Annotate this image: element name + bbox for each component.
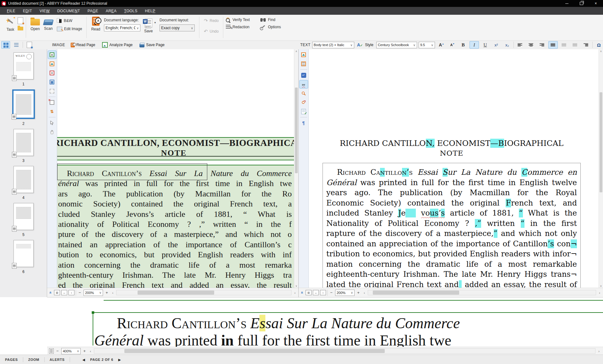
thumbnail-grid-view-button[interactable] — [1, 41, 10, 49]
document-layout-select[interactable]: Exact copy ∨ — [160, 24, 195, 31]
tab-alerts[interactable]: ALERTS — [45, 358, 70, 361]
redaction-button[interactable]: ✎ Redaction — [226, 24, 255, 29]
minimize-button[interactable] — [560, 0, 574, 7]
zoom-horizontal-scrollbar[interactable] — [94, 348, 595, 354]
zoom-in-button[interactable]: + — [82, 348, 87, 354]
paragraph-marks-tool[interactable]: ¶ — [299, 119, 308, 127]
scroll-right-icon[interactable]: › — [293, 290, 297, 295]
recognition-area-tool[interactable] — [48, 87, 57, 95]
collapse-zoom-pane-icon[interactable]: « — [300, 291, 305, 295]
menu-item-area[interactable]: AREA — [102, 9, 120, 13]
page-thumbnail-5[interactable] — [14, 203, 34, 230]
undo-button[interactable]: ↶ Undo — [204, 27, 219, 35]
zoom-in-button[interactable]: + — [104, 290, 109, 296]
text-horizontal-scrollbar[interactable] — [368, 290, 596, 295]
quick-open-button[interactable] — [18, 27, 23, 30]
menu-item-tools[interactable]: TOOLS — [120, 9, 141, 13]
align-center-button[interactable] — [526, 41, 536, 49]
scroll-down-icon[interactable]: ∨ — [294, 284, 298, 288]
text-area-box[interactable]: Richard Cantillon’s Essai Sur La Nature … — [323, 163, 581, 288]
scanned-page-view[interactable]: RICHARD CANTILLON, ECONOMIST—BIOGRAPHICA… — [57, 49, 294, 288]
zoom-out-button[interactable]: − — [77, 290, 82, 296]
text-vertical-scrollbar[interactable]: ∧ ∨ — [599, 49, 603, 288]
scroll-right-icon[interactable]: › — [597, 349, 601, 354]
text-zoom-select[interactable]: 200% ∨ — [335, 290, 355, 296]
table-area-tool[interactable]: ▦ — [48, 78, 57, 86]
background-picture-area-tool[interactable]: A — [48, 69, 57, 77]
uncertain-characters-tool[interactable]: ee — [299, 80, 308, 88]
zoom-window-icon[interactable] — [49, 348, 54, 354]
delete-area-tool[interactable] — [48, 98, 57, 107]
next-page-button[interactable]: ▶ — [115, 358, 124, 361]
align-left-button[interactable] — [515, 41, 525, 49]
scroll-left-icon[interactable]: ‹ — [88, 349, 93, 354]
font-family-select[interactable]: Century Schoolbook ∨ — [376, 42, 417, 48]
analyze-page-button[interactable]: Analyze Page — [101, 41, 134, 49]
line-breaks-tool[interactable]: ↵ — [299, 71, 308, 79]
thumbnail-list-view-button[interactable] — [12, 41, 21, 49]
page-thumbnail-6[interactable] — [14, 240, 34, 267]
save-dropdown-caret-icon[interactable]: ▾ — [154, 21, 156, 24]
fit-page-button[interactable]: ⊞ — [306, 290, 312, 295]
spell-check-tool[interactable]: ✓ — [299, 107, 308, 116]
menu-item-page[interactable]: PAGE — [84, 9, 102, 13]
options-button[interactable]: Options — [260, 24, 289, 29]
task-button[interactable]: ★✦ Task — [5, 17, 16, 40]
image-horizontal-scrollbar[interactable] — [116, 290, 291, 295]
open-button[interactable]: Open — [30, 17, 40, 40]
new-document-button[interactable] — [18, 17, 23, 24]
superscript-button[interactable]: x² — [492, 41, 501, 49]
justify-button[interactable] — [548, 41, 558, 49]
save-page-button[interactable]: Save Page — [138, 41, 166, 49]
recognized-text-view[interactable]: RICHARD CANTILLON, ECONOMIST—BIOGRAPHICA… — [309, 49, 599, 288]
zoom-pane-zoom-select[interactable]: 400% ∨ — [61, 348, 81, 354]
text-area-tool[interactable]: A — [48, 51, 57, 59]
decrease-font-button[interactable]: A▾ — [448, 41, 457, 49]
next-error-tool[interactable] — [299, 98, 308, 107]
tab-zoom[interactable]: ZOOM — [23, 358, 44, 361]
find-button[interactable]: Find — [260, 17, 289, 22]
edit-image-button[interactable]: ✎ Edit Image — [57, 25, 82, 33]
font-size-select[interactable]: 9.5 ∨ — [419, 42, 435, 48]
zoom-out-button[interactable]: − — [329, 290, 334, 296]
paragraph-style-select[interactable]: Body text (2) + Italic ∨ — [312, 42, 354, 48]
bold-button[interactable]: B — [459, 41, 468, 49]
menu-item-document[interactable]: DOCUMENT — [53, 9, 84, 13]
page-thumbnail-2[interactable] — [12, 89, 35, 119]
tab-pages[interactable]: PAGES — [0, 358, 23, 361]
bw-button[interactable]: B&W — [57, 17, 72, 25]
area-corner-handle[interactable] — [92, 311, 94, 314]
scroll-up-icon[interactable]: ∧ — [599, 49, 603, 53]
zoom-in-button[interactable]: + — [356, 290, 361, 296]
scroll-up-icon[interactable]: ∧ — [294, 49, 298, 53]
decrease-spacing-button[interactable] — [570, 41, 580, 49]
scan-button[interactable]: Scan — [44, 17, 53, 40]
restore-button[interactable] — [574, 0, 589, 7]
page-thumbnail-4[interactable] — [14, 166, 34, 193]
scroll-down-icon[interactable]: ∨ — [599, 284, 603, 288]
verify-text-tool[interactable] — [299, 89, 308, 98]
zoom-out-button[interactable]: − — [55, 348, 60, 354]
fit-width-button[interactable]: ↔ — [313, 290, 319, 295]
collapse-zoom-pane-icon[interactable]: « — [48, 291, 53, 295]
menu-item-help[interactable]: HELP — [141, 9, 159, 13]
show-text-areas-tool[interactable] — [299, 60, 308, 68]
previous-page-button[interactable]: ◀ — [79, 358, 88, 361]
scroll-right-icon[interactable]: › — [597, 290, 602, 295]
insert-symbol-button[interactable]: Ω — [594, 41, 603, 49]
image-zoom-select[interactable]: 200% ∨ — [84, 290, 103, 296]
save-button[interactable]: WRTF Save ▾ — [144, 17, 156, 40]
increase-font-button[interactable]: A▴ — [437, 41, 446, 49]
read-button[interactable]: A Read — [91, 17, 100, 40]
scroll-left-icon[interactable]: ‹ — [111, 290, 115, 295]
increase-spacing-button[interactable] — [559, 41, 569, 49]
menu-item-file[interactable]: FILE — [3, 9, 19, 13]
hand-tool[interactable] — [48, 128, 57, 136]
paragraph-settings-button[interactable] — [581, 41, 591, 49]
align-right-button[interactable] — [537, 41, 547, 49]
subscript-button[interactable]: x₂ — [503, 41, 512, 49]
redo-button[interactable]: ↷ Redo — [204, 17, 219, 25]
menu-item-view[interactable]: VIEW — [36, 9, 53, 13]
document-language-select[interactable]: English; French; Gern ∨ — [104, 24, 140, 31]
verify-text-button[interactable]: Verify Text — [226, 17, 255, 22]
